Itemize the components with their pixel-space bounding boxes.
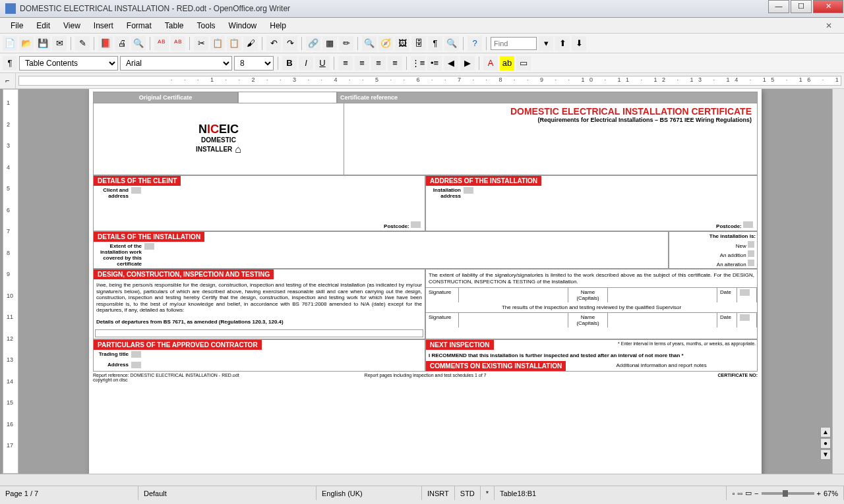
status-std[interactable]: STD — [455, 486, 481, 500]
save-icon[interactable]: 💾 — [36, 36, 50, 51]
sig-value[interactable] — [459, 288, 568, 302]
navigator-icon[interactable]: 🧭 — [378, 36, 393, 51]
menu-file[interactable]: File — [4, 19, 30, 32]
bg-color-icon[interactable]: ▭ — [516, 56, 531, 70]
bold-icon[interactable]: B — [282, 56, 297, 70]
menu-edit[interactable]: Edit — [30, 19, 57, 32]
undo-icon[interactable]: ↶ — [266, 36, 281, 51]
horizontal-ruler[interactable]: · · · 1 · · 2 · · 3 · · 4 · · 5 · · 6 · … — [18, 76, 841, 86]
view-book-icon[interactable]: ▭ — [745, 489, 752, 497]
table-icon[interactable]: ▦ — [322, 36, 337, 51]
status-table[interactable]: Table18:B1 — [495, 486, 727, 500]
date-value[interactable] — [737, 288, 757, 302]
zoom-icon[interactable]: 🔍 — [444, 36, 459, 51]
zoom-slider[interactable] — [762, 492, 814, 495]
hyperlink-icon[interactable]: 🔗 — [306, 36, 320, 51]
size-combo[interactable]: 8 — [234, 56, 274, 70]
indent-more-icon[interactable]: ▶ — [460, 56, 475, 70]
maximize-button[interactable]: ☐ — [791, 0, 812, 13]
page-down-icon[interactable]: ▼ — [820, 449, 831, 460]
status-style[interactable]: Default — [138, 486, 316, 500]
date-value2[interactable] — [737, 313, 757, 327]
name-value[interactable] — [608, 288, 717, 302]
horizontal-scrollbar[interactable] — [0, 474, 844, 486]
align-right-icon[interactable]: ≡ — [371, 56, 386, 70]
font-color-icon[interactable]: A — [483, 56, 498, 70]
new-icon[interactable]: 📄 — [3, 36, 17, 51]
find-input[interactable] — [491, 37, 537, 50]
gallery-icon[interactable]: 🖼 — [395, 36, 409, 51]
address-value[interactable] — [131, 362, 141, 368]
autospell-icon[interactable]: ᴬᴮ — [171, 36, 185, 51]
sig-value2[interactable] — [459, 313, 568, 327]
find-prev-icon[interactable]: ⬆ — [555, 36, 570, 51]
name-value2[interactable] — [608, 313, 717, 327]
menu-view[interactable]: View — [57, 19, 87, 32]
print-icon[interactable]: 🖨 — [115, 36, 129, 51]
justify-icon[interactable]: ≡ — [388, 56, 402, 70]
postcode-value[interactable] — [411, 221, 421, 228]
align-left-icon[interactable]: ≡ — [338, 56, 353, 70]
nonprint-icon[interactable]: ¶ — [428, 36, 442, 51]
document-area[interactable]: Original Certificate Certificate referen… — [18, 89, 832, 474]
font-combo[interactable]: Arial — [120, 56, 232, 70]
styles-icon[interactable]: ¶ — [3, 56, 17, 70]
find-next-icon[interactable]: ⬇ — [572, 36, 586, 51]
close-doc-button[interactable]: ✕ — [819, 19, 839, 32]
paste-icon[interactable]: 📋 — [227, 36, 241, 51]
view-single-icon[interactable]: ▫ — [732, 490, 735, 497]
numbered-list-icon[interactable]: ⋮≡ — [411, 56, 425, 70]
cut-icon[interactable]: ✂ — [194, 36, 208, 51]
underline-icon[interactable]: U — [315, 56, 330, 70]
opt-new-check[interactable] — [748, 241, 754, 248]
datasource-icon[interactable]: 🗄 — [411, 36, 426, 51]
status-insert[interactable]: INSRT — [422, 486, 455, 500]
pdf-icon[interactable]: 📕 — [98, 36, 113, 51]
status-modified[interactable]: * — [481, 486, 495, 500]
opt-add-check[interactable] — [748, 250, 754, 257]
edit-icon[interactable]: ✎ — [75, 36, 90, 51]
draw-icon[interactable]: ✏ — [339, 36, 353, 51]
page-nav-icon[interactable]: ● — [820, 438, 831, 449]
client-value[interactable] — [131, 187, 141, 194]
vertical-scrollbar[interactable] — [832, 89, 844, 474]
close-button[interactable]: ✕ — [813, 0, 843, 13]
bullet-list-icon[interactable]: •≡ — [427, 56, 442, 70]
zoom-in-icon[interactable]: + — [817, 490, 821, 497]
install-addr-value[interactable] — [464, 187, 473, 194]
opt-alt-check[interactable] — [748, 260, 754, 266]
departures-value[interactable] — [95, 329, 423, 337]
menu-tools[interactable]: Tools — [191, 19, 222, 32]
menu-insert[interactable]: Insert — [87, 19, 120, 32]
find-icon[interactable]: 🔍 — [362, 36, 377, 51]
italic-icon[interactable]: I — [299, 56, 313, 70]
view-multi-icon[interactable]: ▫▫ — [737, 490, 742, 497]
page-up-icon[interactable]: ▲ — [820, 427, 831, 437]
email-icon[interactable]: ✉ — [52, 36, 67, 51]
status-page[interactable]: Page 1 / 7 — [0, 486, 138, 500]
help-icon[interactable]: ? — [467, 36, 482, 51]
highlight-icon[interactable]: ab — [500, 56, 514, 70]
menu-help[interactable]: Help — [263, 19, 293, 32]
open-icon[interactable]: 📂 — [19, 36, 34, 51]
menu-format[interactable]: Format — [120, 19, 158, 32]
redo-icon[interactable]: ↷ — [283, 36, 297, 51]
indent-less-icon[interactable]: ◀ — [444, 56, 458, 70]
vertical-ruler[interactable]: 1 2 3 4 5 6 7 8 9 10 11 12 13 14 15 16 1… — [3, 89, 18, 474]
align-center-icon[interactable]: ≡ — [355, 56, 369, 70]
zoom-value[interactable]: 67% — [824, 490, 838, 497]
preview-icon[interactable]: 🔍 — [131, 36, 146, 51]
spellcheck-icon[interactable]: ᴬᴮ — [154, 36, 169, 51]
trading-value[interactable] — [131, 351, 141, 358]
postcode-value2[interactable] — [743, 221, 753, 228]
zoom-out-icon[interactable]: − — [754, 490, 758, 497]
copy-icon[interactable]: 📋 — [210, 36, 225, 51]
paintbrush-icon[interactable]: 🖌 — [243, 36, 258, 51]
find-dropdown-icon[interactable]: ▾ — [539, 36, 553, 51]
style-combo[interactable]: Table Contents — [19, 56, 118, 70]
menu-window[interactable]: Window — [222, 19, 264, 32]
status-lang[interactable]: English (UK) — [316, 486, 422, 500]
menu-table[interactable]: Table — [158, 19, 191, 32]
extent-value[interactable] — [144, 243, 154, 250]
minimize-button[interactable]: — — [768, 0, 789, 13]
